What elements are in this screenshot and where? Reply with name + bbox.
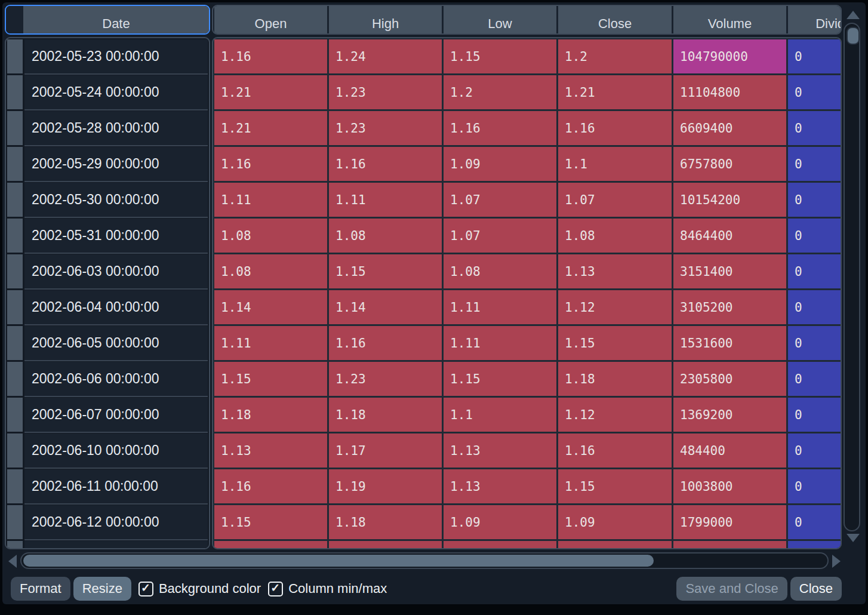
volume-cell[interactable]: 8464400 <box>673 219 786 253</box>
close-cell[interactable]: 1.09 <box>558 505 672 539</box>
column-header-close[interactable]: Close <box>558 6 672 33</box>
high-cell[interactable]: 1.19 <box>329 469 442 503</box>
dividends-cell[interactable]: 0 <box>788 254 842 288</box>
row-handle[interactable] <box>7 75 23 109</box>
dividends-cell[interactable]: 0 <box>788 75 842 109</box>
high-cell[interactable]: 1.18 <box>329 505 442 539</box>
background-color-checkbox[interactable] <box>138 582 153 596</box>
date-cell[interactable]: 2002-06-11 00:00:00 <box>24 469 208 503</box>
open-cell[interactable]: 1.15 <box>214 505 327 539</box>
open-cell[interactable]: 1.08 <box>214 219 327 253</box>
row-handle[interactable] <box>7 326 23 360</box>
volume-cell[interactable]: 484400 <box>673 433 786 468</box>
dividends-cell[interactable]: 0 <box>788 398 842 432</box>
date-cell[interactable]: 2002-05-30 00:00:00 <box>24 183 208 217</box>
column-header-low[interactable]: Low <box>444 6 556 33</box>
row-handle[interactable] <box>7 541 23 549</box>
close-cell[interactable]: 1.16 <box>558 111 672 145</box>
date-cell[interactable]: 2002-05-24 00:00:00 <box>24 75 208 109</box>
open-cell[interactable]: 1.16 <box>214 469 327 503</box>
low-cell[interactable]: 1.09 <box>444 505 556 539</box>
scroll-left-arrow-icon[interactable] <box>8 555 17 568</box>
volume-cell[interactable]: 104790000 <box>673 39 786 73</box>
high-cell[interactable]: 1.23 <box>329 111 442 145</box>
column-header-high[interactable]: High <box>329 6 442 33</box>
high-cell[interactable]: 1.14 <box>329 290 442 324</box>
resize-button[interactable]: Resize <box>73 577 131 601</box>
close-cell[interactable]: 1.12 <box>558 398 672 432</box>
close-cell[interactable]: 1.15 <box>558 326 672 360</box>
dividends-cell[interactable]: 0 <box>788 326 842 360</box>
corner-cell[interactable] <box>6 6 21 33</box>
dividends-cell[interactable]: 0 <box>788 362 842 396</box>
close-cell[interactable]: 1.13 <box>558 254 672 288</box>
horizontal-scrollbar[interactable] <box>5 552 843 571</box>
volume-cell[interactable]: 1799000 <box>673 505 786 539</box>
date-cell[interactable]: 2002-06-04 00:00:00 <box>24 290 208 324</box>
high-cell[interactable]: 1.15 <box>329 254 442 288</box>
open-cell[interactable]: 1.08 <box>214 254 327 288</box>
format-button[interactable]: Format <box>11 577 70 601</box>
dividends-cell[interactable]: 0 <box>788 111 842 145</box>
low-cell[interactable] <box>444 541 556 549</box>
row-handle[interactable] <box>7 362 23 396</box>
high-cell[interactable]: 1.11 <box>329 183 442 217</box>
dividends-cell[interactable]: 0 <box>788 505 842 539</box>
volume-cell[interactable]: 2305800 <box>673 362 786 396</box>
volume-cell[interactable]: 1531600 <box>673 326 786 360</box>
high-cell[interactable]: 1.08 <box>329 219 442 253</box>
date-cell[interactable]: 2002-05-31 00:00:00 <box>24 219 208 253</box>
date-cell[interactable]: 2002-06-10 00:00:00 <box>24 433 208 468</box>
open-cell[interactable]: 1.11 <box>214 183 327 217</box>
date-cell[interactable]: 2002-06-03 00:00:00 <box>24 254 208 288</box>
column-header-dividends[interactable]: Dividends <box>788 6 842 33</box>
high-cell[interactable]: 1.17 <box>329 433 442 468</box>
close-cell[interactable]: 1.15 <box>558 469 672 503</box>
row-handle[interactable] <box>7 433 23 468</box>
horizontal-scroll-track[interactable] <box>20 552 829 569</box>
dividends-cell[interactable]: 0 <box>788 290 842 324</box>
close-cell[interactable]: 1.2 <box>558 39 672 73</box>
dividends-cell[interactable]: 0 <box>788 219 842 253</box>
low-cell[interactable]: 1.15 <box>444 362 556 396</box>
low-cell[interactable]: 1.07 <box>444 183 556 217</box>
high-cell[interactable]: 1.18 <box>329 398 442 432</box>
low-cell[interactable]: 1.16 <box>444 111 556 145</box>
open-cell[interactable]: 1.16 <box>214 39 327 73</box>
column-minmax-checkbox[interactable] <box>268 582 283 596</box>
volume-cell[interactable]: 10154200 <box>673 183 786 217</box>
close-cell[interactable]: 1.12 <box>558 290 672 324</box>
row-handle[interactable] <box>7 469 23 503</box>
low-cell[interactable]: 1.15 <box>444 39 556 73</box>
volume-cell[interactable]: 3151400 <box>673 254 786 288</box>
close-cell[interactable] <box>558 541 672 549</box>
close-cell[interactable]: 1.07 <box>558 183 672 217</box>
volume-cell[interactable]: 6757800 <box>673 147 786 181</box>
low-cell[interactable]: 1.09 <box>444 147 556 181</box>
open-cell[interactable]: 1.13 <box>214 433 327 468</box>
scroll-down-arrow-icon[interactable] <box>847 534 860 542</box>
column-header-open[interactable]: Open <box>214 6 327 33</box>
close-cell[interactable]: 1.16 <box>558 433 672 468</box>
close-cell[interactable]: 1.18 <box>558 362 672 396</box>
dividends-cell[interactable]: 0 <box>788 147 842 181</box>
column-header-date[interactable]: Date <box>23 6 209 33</box>
open-cell[interactable]: 1.11 <box>214 326 327 360</box>
row-handle[interactable] <box>7 147 23 181</box>
open-cell[interactable]: 1.16 <box>214 147 327 181</box>
open-cell[interactable]: 1.21 <box>214 111 327 145</box>
close-cell[interactable]: 1.21 <box>558 75 672 109</box>
date-cell[interactable]: 2002-05-28 00:00:00 <box>24 111 208 145</box>
dividends-cell[interactable]: 0 <box>788 39 842 73</box>
save-and-close-button[interactable]: Save and Close <box>676 577 787 601</box>
close-button[interactable]: Close <box>790 577 842 601</box>
dividends-cell[interactable]: 0 <box>788 433 842 468</box>
volume-cell[interactable]: 3105200 <box>673 290 786 324</box>
dividends-cell[interactable]: 0 <box>788 183 842 217</box>
date-cell[interactable]: 2002-06-06 00:00:00 <box>24 362 208 396</box>
low-cell[interactable]: 1.13 <box>444 469 556 503</box>
low-cell[interactable]: 1.11 <box>444 326 556 360</box>
row-handle[interactable] <box>7 398 23 432</box>
open-cell[interactable]: 1.15 <box>214 362 327 396</box>
high-cell[interactable]: 1.24 <box>329 39 442 73</box>
